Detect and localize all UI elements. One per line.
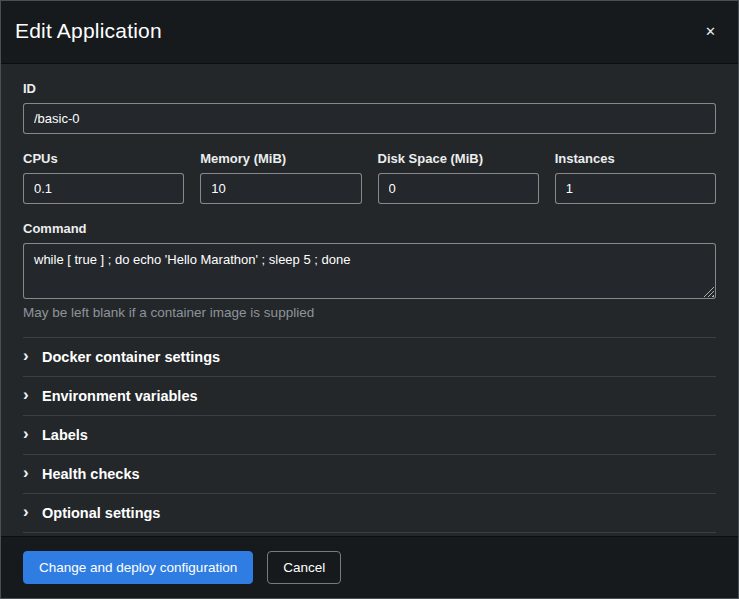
memory-input[interactable] (200, 173, 361, 204)
resources-row: CPUs Memory (MiB) Disk Space (MiB) Insta… (23, 151, 716, 221)
command-field: Command while [ true ] ; do echo 'Hello … (23, 221, 716, 320)
instances-label: Instances (555, 151, 716, 166)
chevron-right-icon: › (23, 464, 33, 481)
section-optional-settings[interactable]: › Optional settings (23, 494, 716, 533)
section-health-checks[interactable]: › Health checks (23, 455, 716, 494)
chevron-right-icon: › (23, 386, 33, 403)
command-label: Command (23, 221, 716, 236)
chevron-right-icon: › (23, 503, 33, 520)
disk-input[interactable] (378, 173, 539, 204)
memory-field: Memory (MiB) (200, 151, 361, 204)
cpus-field: CPUs (23, 151, 184, 204)
close-icon[interactable]: ✕ (699, 19, 722, 42)
instances-input[interactable] (555, 173, 716, 204)
section-docker-container-settings[interactable]: › Docker container settings (23, 338, 716, 377)
chevron-right-icon: › (23, 425, 33, 442)
cpus-input[interactable] (23, 173, 184, 204)
modal-body: ID CPUs Memory (MiB) Disk Space (MiB) In… (1, 64, 738, 536)
change-and-deploy-button[interactable]: Change and deploy configuration (23, 551, 253, 584)
section-environment-variables[interactable]: › Environment variables (23, 377, 716, 416)
section-label: Docker container settings (42, 349, 220, 365)
modal-title: Edit Application (15, 19, 162, 43)
instances-field: Instances (555, 151, 716, 204)
section-labels[interactable]: › Labels (23, 416, 716, 455)
chevron-right-icon: › (23, 347, 33, 364)
section-label: Environment variables (42, 388, 198, 404)
command-textarea-wrap: while [ true ] ; do echo 'Hello Marathon… (23, 243, 716, 299)
id-input[interactable] (23, 103, 716, 134)
cpus-label: CPUs (23, 151, 184, 166)
section-label: Optional settings (42, 505, 160, 521)
command-textarea[interactable]: while [ true ] ; do echo 'Hello Marathon… (23, 243, 716, 299)
disk-field: Disk Space (MiB) (378, 151, 539, 204)
command-help-text: May be left blank if a container image i… (23, 305, 716, 320)
section-label: Health checks (42, 466, 140, 482)
modal-footer: Change and deploy configuration Cancel (1, 536, 738, 598)
modal-header: Edit Application ✕ (1, 1, 738, 64)
id-label: ID (23, 81, 716, 96)
accordion-sections: › Docker container settings › Environmen… (23, 337, 716, 533)
cancel-button[interactable]: Cancel (267, 551, 341, 584)
disk-label: Disk Space (MiB) (378, 151, 539, 166)
section-label: Labels (42, 427, 88, 443)
memory-label: Memory (MiB) (200, 151, 361, 166)
id-field: ID (23, 81, 716, 134)
edit-application-modal: Edit Application ✕ ID CPUs Memory (MiB) … (0, 0, 739, 599)
